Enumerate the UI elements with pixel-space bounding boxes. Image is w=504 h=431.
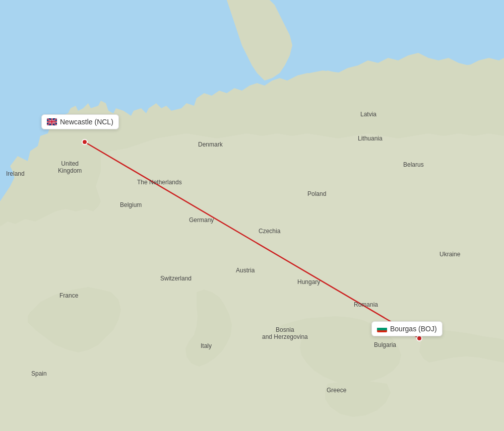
map-svg (0, 0, 504, 431)
newcastle-label: Newcastle (NCL) (41, 114, 119, 129)
uk-flag-icon (47, 118, 57, 125)
svg-point-2 (82, 139, 87, 145)
map-container: Ireland UnitedKingdom France Spain The N… (0, 0, 504, 431)
bourgas-label-text: Bourgas (BOJ) (390, 325, 437, 333)
svg-rect-7 (377, 330, 387, 332)
svg-rect-6 (377, 328, 387, 330)
bourgas-label: Bourgas (BOJ) (371, 321, 443, 336)
newcastle-label-text: Newcastle (NCL) (60, 118, 113, 126)
svg-point-3 (417, 336, 422, 341)
svg-rect-5 (377, 325, 387, 328)
bulgaria-flag-icon (377, 325, 387, 332)
